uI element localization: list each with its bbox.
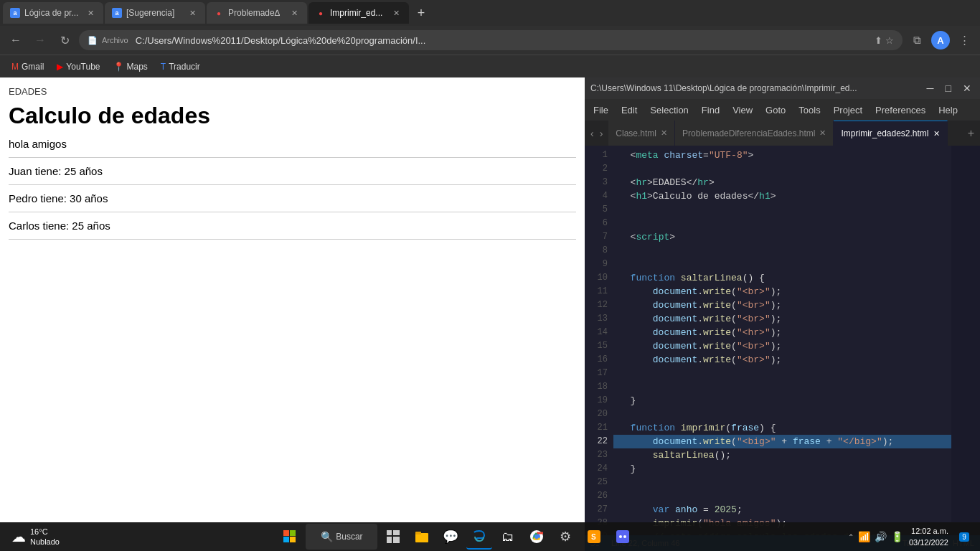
line-num-12: 12 [585,298,613,312]
browser-tabs-bar: a Lógica de pr... ✕ a [Sugerencia] ✕ ● P… [0,0,980,26]
separator-4 [9,239,576,240]
code-line-19: } [613,394,951,408]
svg-rect-3 [290,537,296,542]
forward-button[interactable]: → [30,30,50,50]
line-num-2: 2 [585,162,613,176]
sublime-button[interactable]: S [581,524,607,550]
profile-button[interactable]: A [931,31,950,50]
weather-info: 16°C Nublado [30,527,60,547]
weather-widget[interactable]: ☁ 16°C Nublado [6,525,65,548]
bookmark-translate[interactable]: T Traducir [155,58,206,75]
vscode-tab-imprimir-close[interactable]: ✕ [933,129,940,138]
tab-arrow-left[interactable]: ‹ [588,128,597,139]
menu-button[interactable]: ⋮ [954,30,974,50]
search-button[interactable]: 🔍 Buscar [306,524,377,550]
menu-tools[interactable]: Tools [793,103,826,117]
line-num-7: 7 [585,230,613,244]
maximize-button[interactable]: □ [943,83,954,94]
vscode-tab-problemade[interactable]: ProblemadeDiferenciaEdades.html ✕ [675,121,834,146]
notification-button[interactable]: 9 [954,527,974,547]
age-text-2: Pedro tiene: 30 años [9,192,576,204]
network-icon[interactable]: 📶 [858,531,870,542]
close-window-button[interactable]: ✕ [960,83,974,94]
tab-arrow-right[interactable]: › [597,128,606,139]
bookmark-gmail[interactable]: M Gmail [6,58,50,75]
share-icon[interactable]: ⬆ [875,35,882,46]
bookmarks-bar: M Gmail ▶ YouTube 📍 Maps T Traducir [0,55,980,77]
chrome-button[interactable] [524,524,550,550]
code-line-6 [613,217,951,230]
minimize-button[interactable]: ─ [924,83,937,94]
code-line-15: document.write("<br>"); [613,339,951,353]
menu-find[interactable]: Find [696,103,725,117]
reload-button[interactable]: ↻ [55,30,75,50]
archive-icon: 📄 [88,36,98,45]
volume-icon[interactable]: 🔊 [875,531,887,542]
svg-rect-4 [387,530,392,535]
svg-rect-7 [393,537,400,543]
taskview-button[interactable] [380,524,406,550]
browser-tab-2[interactable]: a [Sugerencia] ✕ [105,2,205,24]
tab4-close[interactable]: ✕ [390,7,402,19]
menu-selection[interactable]: Selection [644,103,694,117]
address-bar[interactable]: 📄 Archivo C:/Users/Windows%2011/Desktop/… [79,30,903,50]
maps-label: Maps [127,62,148,72]
file-explorer-button[interactable] [409,524,435,550]
split-screen-button[interactable]: ⧉ [907,30,927,50]
vscode-tab-clase[interactable]: Clase.html ✕ [608,121,675,146]
vscode-tab-problemade-close[interactable]: ✕ [819,128,826,138]
menu-preferences[interactable]: Preferences [870,103,931,117]
line-num-23: 23 [585,448,613,462]
browser-tab-3[interactable]: ● Problemade∆ ✕ [207,2,307,24]
files-button[interactable]: 🗂 [495,524,521,550]
vscode-tab-imprimir[interactable]: Imprimir_edades2.html ✕ [834,121,947,146]
vscode-tab-clase-close[interactable]: ✕ [661,128,667,138]
code-line-26 [613,489,951,503]
vscode-tab-imprimir-label: Imprimir_edades2.html [841,128,928,138]
notification-badge: 9 [959,532,969,542]
line-num-17: 17 [585,367,613,380]
bookmark-star-icon[interactable]: ☆ [885,35,894,46]
line-num-20: 20 [585,408,613,421]
tab2-close[interactable]: ✕ [187,7,198,19]
settings-button[interactable]: ⚙ [552,524,578,550]
svg-rect-9 [415,532,421,534]
menu-goto[interactable]: Goto [760,103,791,117]
code-line-18 [613,380,951,394]
menu-edit[interactable]: Edit [616,103,643,117]
code-line-8 [613,244,951,258]
bookmark-youtube[interactable]: ▶ YouTube [51,58,105,75]
browser-tab-4[interactable]: ● Imprimir_ed... ✕ [308,2,409,24]
menu-view[interactable]: View [727,103,758,117]
tab2-favicon: a [112,8,122,18]
webpage-content: EDADES Calculo de edades hola amigos Jua… [0,77,585,551]
menu-file[interactable]: File [588,103,614,117]
discord-button[interactable]: 💬 [438,524,463,550]
line-num-1: 1 [585,149,613,162]
menu-help[interactable]: Help [933,103,963,117]
code-line-3: <hr>EDADES</hr> [613,176,951,189]
start-button[interactable] [277,524,303,550]
line-num-15: 15 [585,339,613,353]
code-line-25 [613,476,951,489]
discord2-button[interactable] [610,524,636,550]
new-tab-button[interactable]: + [410,2,432,24]
line-num-22: 22 [585,435,613,448]
line-num-11: 11 [585,285,613,298]
tab1-close[interactable]: ✕ [85,7,96,19]
clock-widget[interactable]: 12:02 a.m. 03/12/2022 [909,525,948,548]
code-editor-area[interactable]: <meta charset="UTF-8"> <hr>EDADES</hr> <… [613,146,951,535]
line-num-10: 10 [585,271,613,285]
battery-icon[interactable]: 🔋 [891,531,903,542]
back-button[interactable]: ← [6,30,26,50]
vscode-window-controls: ─ □ ✕ [924,83,974,94]
line-num-14: 14 [585,326,613,339]
tab3-close[interactable]: ✕ [288,7,300,19]
bookmark-maps[interactable]: 📍 Maps [108,58,154,75]
edge-browser-button[interactable] [466,524,492,550]
tray-arrow-icon[interactable]: ⌃ [848,533,854,541]
weather-cloud-icon: ☁ [11,528,26,545]
browser-tab-1[interactable]: a Lógica de pr... ✕ [3,2,103,24]
vscode-tab-add[interactable]: + [962,127,980,140]
menu-project[interactable]: Project [828,103,868,117]
